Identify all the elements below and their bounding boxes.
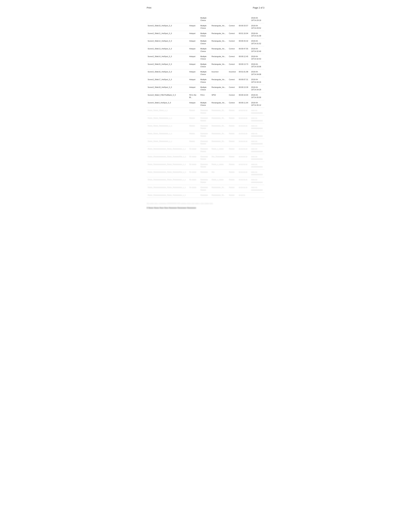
- cell-time: 00:00:47.55: [238, 46, 250, 54]
- cell-type: Xxxxxx: [188, 139, 199, 146]
- table-row: Xxxxx_Xxxxx_Xxxxxxxxxx_x_x Xxxxxx Xxxxxx…: [147, 131, 264, 139]
- cell-answer: Incorrect: [211, 69, 228, 77]
- cell-name: Scene3_Slide14_HotSpot_0_0: [147, 54, 188, 62]
- cell-qtype: Xxxxxxxx Xxxxxx: [199, 131, 211, 139]
- cell-type: Hotspot: [188, 38, 199, 46]
- page-header: Print Page 2 of 3: [147, 6, 264, 11]
- cell-name: Scene3_Slide10_HotSpot_0_0: [147, 23, 188, 31]
- cell-name: Xxxxx_Xxxxxxxxxxxxxx_Xxxxx_XxxxxxxXxx_x_…: [147, 170, 188, 177]
- cell-answer: Rectangular_Ho...: [211, 77, 228, 85]
- cell-answer: Xxxxxxxxxx_Xx...: [211, 131, 228, 139]
- cell-type: Xx xxxxx: [188, 154, 199, 162]
- table-row: Xxxxx_Xxxxx_Xxxxx_x_x Xxxxxx Xxxxxxxx Xx…: [147, 108, 264, 116]
- cell-qtype: Multiple Choice: [199, 31, 211, 38]
- cell-type: Fill in the Bl...: [188, 92, 199, 100]
- cell-date: 2018-04- 16T14:35:12: [250, 100, 264, 108]
- cell-result: Correct: [228, 77, 238, 85]
- cell-name: Xxxxx_Xxxxxxxxxxxxxx_Xxxxx_XxxxxxxXxx_x_…: [147, 154, 188, 162]
- cell-type: Xxxxxx: [188, 116, 199, 123]
- cell-name: Scene3_Slide16_HotSpot_0_0: [147, 69, 188, 77]
- cell-date: 2018-04- 16T14:31:09: [250, 31, 264, 38]
- cell-date: xxxx-xx- xxxxxxxxxxxxx: [250, 146, 264, 154]
- table-row: Xxxxx_Xxxxx_Xxxxxxxxxx_x_x Xxxxxx Xxxxxx…: [147, 139, 264, 146]
- cell-time: xx:xx:xx.xx: [238, 154, 250, 162]
- table-row: Xxxxx_Xxxxxxxxxxxxxx_Xxxxx_Xxxxxxxxxx_x_…: [147, 192, 264, 198]
- cell-name: Xxxxx_Xxxxxxxxxxxxxx_Xxxxx_Xxxxxxxxxx_x_…: [147, 146, 188, 154]
- cell-type: Hotspot: [188, 46, 199, 54]
- cell-time: xx:xx:xx: [238, 192, 250, 198]
- cell-date: xxxx-xx- xxxxxxxxxxxxx: [250, 108, 264, 116]
- cell-result: Xxxxxx: [228, 116, 238, 123]
- cell-qtype: Xxxxxxxx: [199, 192, 211, 198]
- cell-answer: Xxx: [211, 170, 228, 177]
- cell-type: Hotspot: [188, 85, 199, 93]
- cell-qtype: Xxxxxxxx Xxxxxx: [199, 116, 211, 123]
- cell-date: xxxx-xx- xxxxxxxxxxxxx: [250, 154, 264, 162]
- cell-name: Scene3_Slide18_HotSpot_0_0: [147, 85, 188, 93]
- cell-name: Xxxxx_Xxxxx_Xxxxxxxxxx_x_x: [147, 123, 188, 131]
- cell-qtype: Multiple Choice: [199, 38, 211, 46]
- cell-date: xxxx-xx- xxxxxxxxxxxxx: [250, 116, 264, 123]
- cell-qtype: Multiple Choice: [199, 16, 211, 23]
- cell-result: Xxxxxx: [228, 170, 238, 177]
- table-row: Scene3_Slide13_HotSpot_0_0 Hotspot Multi…: [147, 46, 264, 54]
- cell-result: Incorrect: [228, 69, 238, 77]
- cell-type: Xx xxxxx: [188, 170, 199, 177]
- cell-answer: SP02: [211, 92, 228, 100]
- table-row: Scene4_Slide3_HotSpot_0_0 Hotspot Multip…: [147, 100, 264, 108]
- cell-date: xxxx-xx- xxxxxxxxxxxxx: [250, 177, 264, 185]
- cell-time: 00:00:12.45: [238, 54, 250, 62]
- cell-type: Xxxxxx: [188, 123, 199, 131]
- cell-qtype: Multiple Choice: [199, 62, 211, 69]
- cell-answer: Rectangular_Ho...: [211, 38, 228, 46]
- cell-type: Xxxxxx: [188, 131, 199, 139]
- cell-result: Xxxxxx: [228, 123, 238, 131]
- cell-type: Xx xxxxx: [188, 146, 199, 154]
- cell-date: 2018-04- 16T14:34:29: [250, 85, 264, 93]
- cell-answer: Rectangular_Ho...: [211, 31, 228, 38]
- cell-answer: Xxxxx_x_xxxxx: [211, 162, 228, 170]
- cell-time: xx:xx:xx.xx: [238, 139, 250, 146]
- cell-result: Xxxxxx: [228, 131, 238, 139]
- cell-name: Scene3_Slide13_HotSpot_0_0: [147, 46, 188, 54]
- footer-bottom: X Xxxxx Xxxxx Xxxx Xxxx Xxxxxxxx Xxxxxxx…: [147, 207, 264, 209]
- cell-answer: Xxxxx_x_xxxxx: [211, 146, 228, 154]
- cell-type: Hotspot: [188, 100, 199, 108]
- cell-name: [147, 16, 188, 23]
- cell-date: xxxx-xx- xxxxxxxxxxxxx: [250, 123, 264, 131]
- table-row: Xxxxx_Xxxxx_Xxxxxxxxxx_x_x Xxxxxx Xxxxxx…: [147, 116, 264, 123]
- cell-qtype: Xxxxxxxx Xxxxxx: [199, 123, 211, 131]
- cell-qtype: Xxxxxxxx Xxxxxx: [199, 146, 211, 154]
- cell-name: Scene3_Slide15_HotSpot_0_0: [147, 62, 188, 69]
- cell-name: Xxxxx_Xxxxx_Xxxxxxxxxx_x_x: [147, 116, 188, 123]
- table-row: Xxxxx_Xxxxxxxxxxxxxx_Xxxxx_Xxxxxxxxxx_x_…: [147, 146, 264, 154]
- cell-date: 2018-04- 16T14:33:06: [250, 62, 264, 69]
- cell-name: Scene4_Slide2_FillInTheBlank_0_0: [147, 92, 188, 100]
- cell-date: xxxx-xx- xxxxxxxxxxxxx: [250, 139, 264, 146]
- cell-qtype: Multiple Choice: [199, 69, 211, 77]
- cell-date: xxxx-xx- xxxxxxxxxxxxx: [250, 170, 264, 177]
- table-row: Scene3_Slide15_HotSpot_0_0 Hotspot Multi…: [147, 62, 264, 69]
- cell-result: Xxxxxx: [228, 108, 238, 116]
- cell-type: Hotspot: [188, 31, 199, 38]
- cell-time: xx:xx:xx.xx: [238, 162, 250, 170]
- cell-time: xx:xx:xx.xx: [238, 185, 250, 193]
- cell-result: Correct: [228, 38, 238, 46]
- cell-result: Xxxxxx: [228, 177, 238, 185]
- cell-answer: Rectangular_Ho...: [211, 23, 228, 31]
- cell-result: Correct: [228, 100, 238, 108]
- cell-time: 00:00:13.39: [238, 85, 250, 93]
- cell-time: [238, 16, 250, 23]
- table-row: Xxxxx_Xxxxxxxxxxxxxx_Xxxxx_Xxxxxxxxxx_x_…: [147, 177, 264, 185]
- cell-name: Xxxxx_Xxxxxxxxxxxxxx_Xxxxx_Xxxxxxxxxx_x_…: [147, 162, 188, 170]
- cell-type: Xxxxxx: [188, 108, 199, 116]
- cell-answer: [211, 16, 228, 23]
- cell-name: Scene3_Slide11_HotSpot_0_0: [147, 31, 188, 38]
- cell-answer: Rectangular_Ho...: [211, 100, 228, 108]
- cell-answer: Xxx_Xxxxxxxxxx: [211, 154, 228, 162]
- data-table: Multiple Choice 2018-04- 16T14:29:18 Sce…: [147, 16, 264, 198]
- cell-result: Correct: [228, 46, 238, 54]
- cell-type: Hotspot: [188, 54, 199, 62]
- cell-time: xx:xx:xx.xx: [238, 131, 250, 139]
- cell-name: Xxxxx_Xxxxx_Xxxxx_x_x: [147, 108, 188, 116]
